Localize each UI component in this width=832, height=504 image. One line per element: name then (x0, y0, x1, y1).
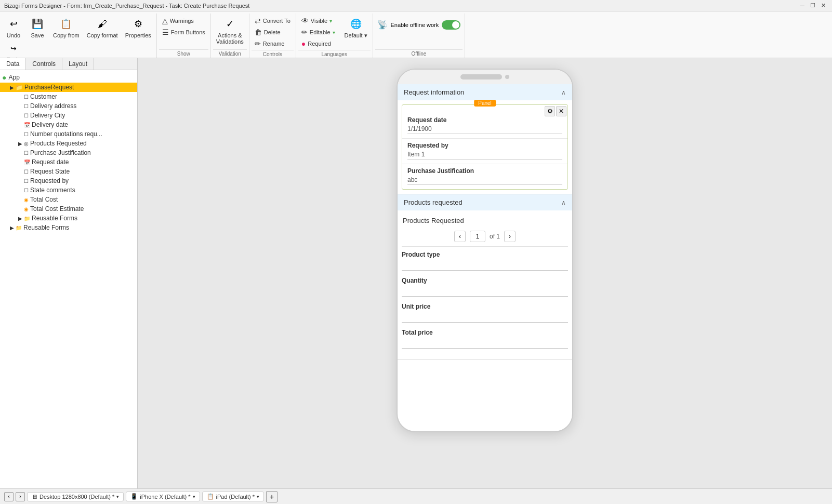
panel-fields: Request date 1/1/1900 Requested by Item … (402, 105, 567, 189)
number-icon: ◉ (24, 206, 29, 212)
products-requested-header[interactable]: Products requested ∧ (398, 194, 572, 210)
tab-controls[interactable]: Controls (26, 58, 62, 70)
panel-delete-button[interactable]: ✕ (556, 106, 566, 116)
copy-from-button[interactable]: 📋 Copy from (50, 16, 83, 39)
phone-notch (460, 74, 502, 79)
tree-item-request-date[interactable]: 📅 Request date (0, 157, 137, 167)
delete-button[interactable]: 🗑 Delete (252, 27, 294, 37)
tree-item-delivery-date-label: Delivery date (32, 121, 68, 128)
ribbon-group-validation: ✓ Actions &Validations Validation (211, 14, 249, 58)
tree-item-reusable-forms-sub[interactable]: ▶ 📁 Reusable Forms (0, 214, 137, 223)
ipad-device-button[interactable]: 📋 iPad (Default) * ▾ (202, 492, 265, 501)
section-chevron-icon: ∧ (561, 89, 566, 96)
field-icon: ☐ (24, 103, 29, 109)
total-price-input[interactable] (402, 338, 568, 349)
undo-button[interactable]: ↩ Undo (2, 16, 25, 39)
next-page-button[interactable]: › (504, 231, 516, 242)
request-information-header[interactable]: Request information ∧ (398, 84, 572, 100)
pagination: ‹ of 1 › (402, 229, 568, 247)
product-type-label: Product type (402, 251, 568, 258)
editable-button[interactable]: ✏ Editable ▾ (298, 27, 338, 37)
add-device-button[interactable]: + (266, 491, 278, 502)
tree-item-purchase-justification-label: Purchase Justification (30, 149, 91, 156)
tree-item-products-requested[interactable]: ▶ ◎ Products Requested (0, 139, 137, 148)
desktop-device-button[interactable]: 🖥 Desktop 1280x800 (Default) * ▾ (27, 492, 124, 501)
phone-camera (505, 75, 509, 79)
field-icon: ☐ (24, 94, 29, 100)
ribbon: ↩ Undo ↪ Redo 💾 Save 📋 Copy from 🖌 Copy … (0, 11, 832, 58)
maximize-button[interactable]: ☐ (808, 1, 817, 10)
desktop-label: Desktop 1280x800 (Default) * (39, 494, 114, 500)
page-of-label: of 1 (490, 233, 500, 240)
left-panel: Data Controls Layout ● App ▶ 📁 PurchaseR… (0, 58, 138, 488)
tree-item-purchase-justification[interactable]: ☐ Purchase Justification (0, 148, 137, 157)
tree-item-purchase-request[interactable]: ▶ 📁 PurchaseRequest (0, 83, 137, 92)
copy-format-icon: 🖌 (95, 17, 110, 31)
tree-area: ● App ▶ 📁 PurchaseRequest ☐ Customer ☐ D… (0, 70, 137, 488)
product-type-input[interactable] (402, 260, 568, 271)
tree-item-delivery-address[interactable]: ☐ Delivery address (0, 101, 137, 111)
actions-validations-button[interactable]: ✓ Actions &Validations (213, 16, 247, 46)
tree-item-customer[interactable]: ☐ Customer (0, 92, 137, 101)
rename-button[interactable]: ✏ Rename (252, 38, 294, 49)
visible-button[interactable]: 👁 Visible ▾ (298, 16, 338, 26)
phone-mockup: Request information ∧ Panel ⚙ ✕ Request … (397, 69, 573, 432)
delete-icon: 🗑 (255, 28, 262, 36)
ribbon-group-languages: 👁 Visible ▾ ✏ Editable ▾ ● Required 🌐 De… (296, 14, 373, 58)
unit-price-input[interactable] (402, 312, 568, 323)
default-button[interactable]: 🌐 Default ▾ (341, 16, 371, 40)
required-button[interactable]: ● Required (298, 38, 338, 49)
unit-price-field: Unit price (402, 303, 568, 323)
tree-item-number-quotations[interactable]: ☐ Number quotations requ... (0, 129, 137, 139)
tree-item-request-state[interactable]: ☐ Request State (0, 167, 137, 176)
iphone-icon: 📱 (130, 493, 138, 500)
request-date-label: Request date (407, 116, 562, 124)
form-buttons-button[interactable]: ☰ Form Buttons (159, 27, 208, 37)
collection-icon: 📁 (24, 216, 30, 221)
collection-icon: 📁 (16, 225, 22, 231)
next-nav-button[interactable]: › (16, 492, 25, 501)
copy-format-button[interactable]: 🖌 Copy format (84, 16, 121, 39)
number-icon: ◉ (24, 197, 29, 203)
tab-layout[interactable]: Layout (62, 58, 94, 70)
page-input[interactable] (470, 231, 485, 242)
properties-button[interactable]: ⚙ Properties (122, 16, 154, 39)
required-icon: ● (301, 39, 306, 48)
actions-validations-icon: ✓ (222, 17, 237, 31)
panel-settings-button[interactable]: ⚙ (545, 106, 555, 116)
tree-item-total-cost-estimate[interactable]: ◉ Total Cost Estimate (0, 204, 137, 214)
minimize-button[interactable]: ─ (798, 1, 807, 10)
enable-offline-toggle[interactable] (442, 20, 460, 30)
tree-item-requested-by[interactable]: ☐ Requested by (0, 176, 137, 185)
tree-item-state-comments[interactable]: ☐ State comments (0, 185, 137, 195)
tree-item-delivery-city[interactable]: ☐ Delivery City (0, 111, 137, 120)
tree-item-app-label: App (8, 74, 19, 81)
prev-page-button[interactable]: ‹ (454, 231, 466, 242)
tree-item-purchase-request-label: PurchaseRequest (24, 84, 74, 91)
warnings-button[interactable]: △ Warnings (159, 16, 208, 26)
panel-actions: ⚙ ✕ (545, 106, 566, 116)
controls-buttons-group: ⇄ Convert To 🗑 Delete ✏ Rename (252, 16, 294, 49)
title-bar-controls: ─ ☐ ✕ (798, 1, 828, 10)
rename-icon: ✏ (255, 39, 261, 48)
tab-data[interactable]: Data (0, 58, 26, 70)
tree-item-total-cost[interactable]: ◉ Total Cost (0, 195, 137, 204)
save-button[interactable]: 💾 Save (26, 16, 49, 39)
convert-to-icon: ⇄ (255, 17, 261, 25)
tree-item-delivery-date[interactable]: 📅 Delivery date (0, 120, 137, 129)
close-button[interactable]: ✕ (818, 1, 828, 10)
undo-icon: ↩ (6, 17, 21, 31)
convert-to-button[interactable]: ⇄ Convert To (252, 16, 294, 26)
title-bar-text: Bizagi Forms Designer - Form: frm_Create… (4, 3, 249, 9)
iphone-device-button[interactable]: 📱 iPhone X (Default) * ▾ (126, 492, 200, 501)
quantity-input[interactable] (402, 286, 568, 297)
app-icon: ● (2, 73, 6, 82)
request-date-value: 1/1/1900 (407, 125, 562, 134)
field-icon: ☐ (24, 178, 29, 184)
tree-item-reusable-forms[interactable]: ▶ 📁 Reusable Forms (0, 223, 137, 232)
field-requested-by: Requested by Item 1 (402, 139, 567, 164)
prev-nav-button[interactable]: ‹ (4, 492, 14, 501)
ipad-arrow-icon: ▾ (257, 494, 259, 499)
tree-item-app[interactable]: ● App (0, 72, 137, 83)
ribbon-group-offline: 📡 Enable offline work Offline (373, 14, 466, 58)
